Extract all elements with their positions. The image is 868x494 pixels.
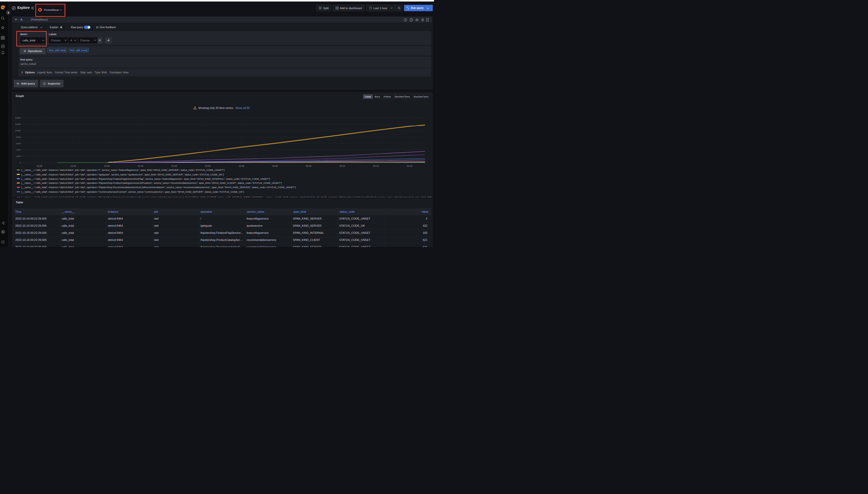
- svg-text:23:30: 23:30: [70, 165, 76, 167]
- svg-text:00:20: 00:20: [407, 165, 413, 167]
- svg-text:23:40: 23:40: [138, 165, 144, 167]
- svg-text:?: ?: [2, 241, 3, 243]
- svg-text:23:50: 23:50: [205, 165, 211, 167]
- svg-text:?: ?: [405, 19, 406, 21]
- svg-text:00:00: 00:00: [272, 165, 278, 167]
- svg-text:23:35: 23:35: [104, 165, 110, 167]
- svg-text:00:15: 00:15: [373, 165, 379, 167]
- svg-text:23:55: 23:55: [239, 165, 245, 167]
- svg-text:00:05: 00:05: [306, 165, 312, 167]
- svg-text:23:45: 23:45: [171, 165, 177, 167]
- svg-text:00:10: 00:10: [340, 165, 345, 167]
- svg-text:23:25: 23:25: [37, 165, 42, 167]
